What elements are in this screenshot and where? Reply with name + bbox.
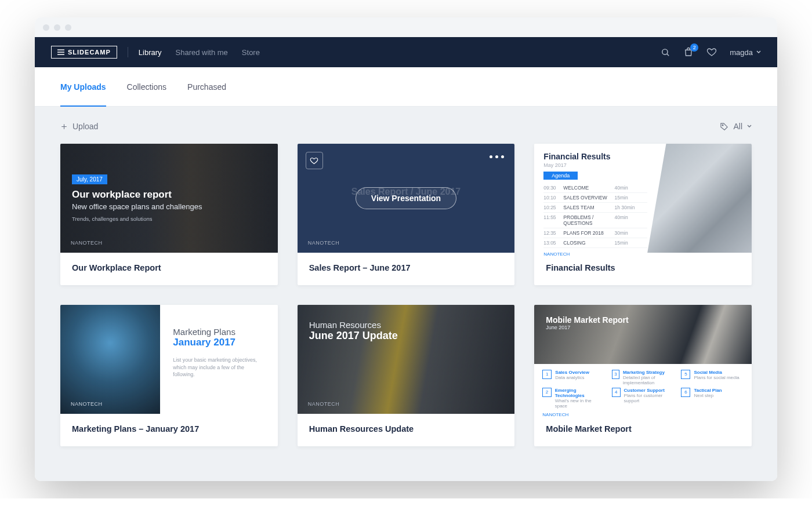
- user-menu[interactable]: magda: [730, 48, 761, 57]
- nav-link-shared[interactable]: Shared with me: [176, 48, 228, 57]
- thumb-line1: Marketing Plans: [173, 327, 264, 337]
- date-badge: July, 2017: [72, 174, 107, 184]
- top-nav: SLIDECAMP Library Shared with me Store 2…: [35, 37, 777, 67]
- card-thumbnail: Financial Results May 2017 Agenda 09:30W…: [534, 144, 752, 253]
- card-thumbnail: Mobile Market Report June 2017 1Sales Ov…: [534, 305, 752, 414]
- nav-link-store[interactable]: Store: [242, 48, 260, 57]
- thumb-image: NANOTECH: [60, 305, 160, 414]
- nav-link-library[interactable]: Library: [139, 48, 162, 57]
- card-title: Human Resources Update: [298, 414, 515, 446]
- favorite-button[interactable]: [306, 152, 323, 169]
- card-thumbnail: July, 2017 Our workplace report New offi…: [60, 144, 278, 253]
- card-mobile-market[interactable]: Mobile Market Report June 2017 1Sales Ov…: [534, 305, 752, 446]
- thumb-brand: NANOTECH: [542, 412, 744, 417]
- nav-divider: [128, 47, 128, 57]
- card-hr-update[interactable]: Human Resources June 2017 Update NANOTEC…: [298, 305, 515, 446]
- thumb-headline: Our workplace report: [72, 189, 266, 201]
- filter-dropdown[interactable]: All: [720, 122, 752, 131]
- brand-logo[interactable]: SLIDECAMP: [51, 46, 117, 59]
- upload-label: Upload: [72, 122, 98, 131]
- thumb-brand: NANOTECH: [71, 240, 103, 246]
- hamburger-icon: [57, 49, 64, 55]
- tab-collections[interactable]: Collections: [127, 67, 166, 106]
- upload-button[interactable]: Upload: [60, 122, 98, 131]
- tab-my-uploads[interactable]: My Uploads: [60, 67, 106, 106]
- toolbar: Upload All: [60, 107, 752, 144]
- thumb-line2: January 2017: [173, 337, 264, 348]
- card-sales-report[interactable]: Sales Report / June 2017 View Presentati…: [298, 144, 515, 285]
- cards-grid: July, 2017 Our workplace report New offi…: [60, 144, 752, 446]
- window-dot: [43, 24, 49, 31]
- nav-links: Library Shared with me Store: [139, 48, 260, 57]
- chevron-down-icon: [747, 125, 752, 128]
- svg-point-2: [723, 125, 724, 126]
- thumb-line1: Human Resources: [309, 320, 503, 330]
- favorites-button[interactable]: [706, 47, 717, 57]
- browser-chrome: [35, 17, 777, 37]
- card-marketing-plans[interactable]: NANOTECH Marketing Plans January 2017 Li…: [60, 305, 278, 446]
- card-workplace-report[interactable]: July, 2017 Our workplace report New offi…: [60, 144, 278, 285]
- card-financial-results[interactable]: Financial Results May 2017 Agenda 09:30W…: [534, 144, 752, 285]
- svg-line-1: [667, 53, 669, 55]
- search-button[interactable]: [661, 48, 670, 57]
- thumb-brand: NANOTECH: [71, 401, 103, 407]
- card-thumbnail: Sales Report / June 2017 View Presentati…: [298, 144, 515, 253]
- plus-icon: [60, 123, 68, 130]
- card-thumbnail: Human Resources June 2017 Update NANOTEC…: [298, 305, 515, 414]
- card-title: Mobile Market Report: [534, 414, 752, 446]
- tag-icon: [720, 122, 728, 131]
- cart-button[interactable]: 2: [683, 47, 694, 57]
- card-title: Financial Results: [534, 253, 752, 285]
- card-title: Marketing Plans – January 2017: [60, 414, 278, 446]
- thumb-headline: Financial Results: [543, 152, 647, 161]
- thumb-list: 1Sales OverviewData analytics 3Marketing…: [534, 364, 752, 414]
- window-dot: [65, 24, 71, 31]
- thumb-desc: List your basic marketing objectives, wh…: [173, 356, 264, 378]
- thumb-brand: NANOTECH: [308, 240, 340, 246]
- agenda-badge: Agenda: [543, 172, 578, 180]
- window-dot: [54, 24, 60, 31]
- cart-badge: 2: [690, 43, 698, 52]
- card-title: Sales Report – June 2017: [298, 253, 515, 285]
- thumb-subline: New office space plans and challenges: [72, 202, 266, 212]
- thumb-date: May 2017: [543, 162, 647, 168]
- thumb-brand: NANOTECH: [308, 401, 340, 407]
- brand-text: SLIDECAMP: [68, 49, 111, 56]
- thumb-image: Mobile Market Report June 2017: [534, 305, 752, 364]
- user-name: magda: [730, 48, 753, 57]
- thumb-line2: June 2017: [546, 325, 740, 330]
- thumb-line1: Mobile Market Report: [546, 315, 740, 325]
- agenda-table: 09:30WELCOME40min 10:10SALES OVERVIEW15m…: [543, 183, 647, 248]
- browser-frame: SLIDECAMP Library Shared with me Store 2…: [35, 17, 777, 481]
- svg-point-0: [662, 49, 668, 54]
- heart-icon: [310, 156, 318, 165]
- thumb-brand: NANOTECH: [543, 252, 647, 257]
- heart-icon: [706, 47, 717, 57]
- thumb-tagline: Trends, challenges and solutions: [72, 216, 266, 222]
- sub-tabs: My Uploads Collections Purchased: [35, 67, 777, 107]
- card-thumbnail: NANOTECH Marketing Plans January 2017 Li…: [60, 305, 278, 414]
- thumb-line2: June 2017 Update: [309, 330, 503, 342]
- card-title: Our Workplace Report: [60, 253, 278, 285]
- search-icon: [661, 48, 670, 57]
- thumb-image: [647, 144, 752, 253]
- filter-label: All: [733, 122, 742, 131]
- thumb-ghost-title: Sales Report / June 2017: [351, 187, 461, 197]
- chevron-down-icon: [756, 50, 761, 54]
- more-menu[interactable]: [490, 155, 504, 158]
- tab-purchased[interactable]: Purchased: [187, 67, 226, 106]
